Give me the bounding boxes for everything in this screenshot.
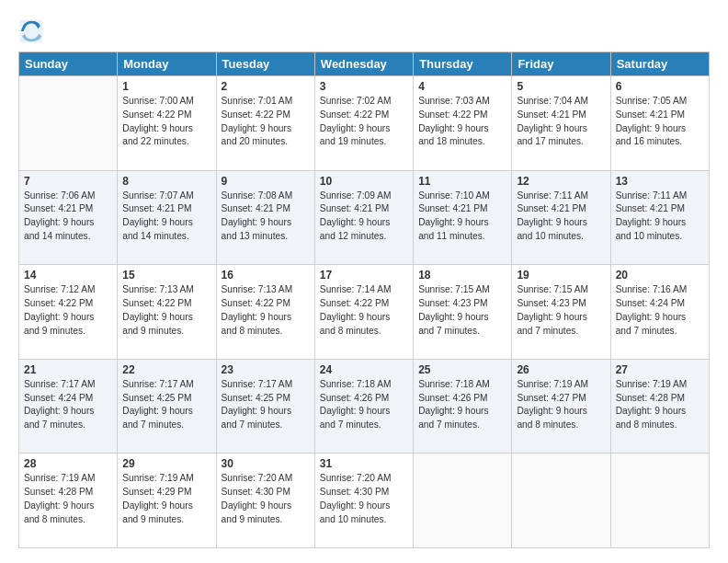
- day-number: 22: [122, 363, 210, 376]
- calendar-cell: 5Sunrise: 7:04 AMSunset: 4:21 PMDaylight…: [512, 76, 610, 171]
- day-info: Sunrise: 7:00 AMSunset: 4:22 PMDaylight:…: [122, 95, 210, 149]
- day-number: 26: [517, 363, 605, 376]
- day-number: 5: [517, 80, 605, 93]
- day-number: 30: [222, 457, 310, 470]
- day-number: 25: [418, 363, 506, 376]
- calendar-cell: 21Sunrise: 7:17 AMSunset: 4:24 PMDayligh…: [19, 359, 118, 454]
- day-info: Sunrise: 7:11 AMSunset: 4:21 PMDaylight:…: [616, 190, 704, 244]
- calendar-week-row: 7Sunrise: 7:06 AMSunset: 4:21 PMDaylight…: [19, 170, 710, 265]
- day-info: Sunrise: 7:06 AMSunset: 4:21 PMDaylight:…: [24, 190, 112, 244]
- calendar-cell: 31Sunrise: 7:20 AMSunset: 4:30 PMDayligh…: [314, 454, 413, 548]
- calendar-header-tuesday: Tuesday: [216, 52, 314, 76]
- logo-icon: [18, 18, 44, 44]
- day-number: 17: [320, 269, 408, 282]
- header: [18, 15, 710, 44]
- calendar-cell: 25Sunrise: 7:18 AMSunset: 4:26 PMDayligh…: [414, 359, 512, 454]
- calendar-cell: 4Sunrise: 7:03 AMSunset: 4:22 PMDaylight…: [414, 76, 512, 171]
- day-info: Sunrise: 7:13 AMSunset: 4:22 PMDaylight:…: [122, 283, 210, 338]
- calendar-week-row: 1Sunrise: 7:00 AMSunset: 4:22 PMDaylight…: [19, 76, 710, 171]
- calendar-cell: 6Sunrise: 7:05 AMSunset: 4:21 PMDaylight…: [610, 76, 709, 171]
- calendar-cell: [19, 76, 118, 171]
- logo: [18, 18, 48, 44]
- calendar-week-row: 28Sunrise: 7:19 AMSunset: 4:28 PMDayligh…: [19, 454, 710, 548]
- calendar-cell: 3Sunrise: 7:02 AMSunset: 4:22 PMDaylight…: [314, 76, 413, 171]
- day-number: 20: [616, 269, 704, 282]
- day-info: Sunrise: 7:14 AMSunset: 4:22 PMDaylight:…: [320, 283, 408, 338]
- day-info: Sunrise: 7:16 AMSunset: 4:24 PMDaylight:…: [616, 283, 704, 338]
- day-info: Sunrise: 7:15 AMSunset: 4:23 PMDaylight:…: [517, 283, 605, 338]
- calendar-cell: 7Sunrise: 7:06 AMSunset: 4:21 PMDaylight…: [19, 170, 118, 265]
- day-info: Sunrise: 7:02 AMSunset: 4:22 PMDaylight:…: [320, 95, 408, 149]
- calendar-cell: [610, 454, 709, 548]
- day-number: 8: [122, 175, 210, 188]
- day-info: Sunrise: 7:13 AMSunset: 4:22 PMDaylight:…: [222, 283, 310, 338]
- day-info: Sunrise: 7:03 AMSunset: 4:22 PMDaylight:…: [418, 95, 506, 149]
- calendar-header-sunday: Sunday: [19, 52, 118, 76]
- day-number: 19: [517, 269, 605, 282]
- day-info: Sunrise: 7:15 AMSunset: 4:23 PMDaylight:…: [418, 283, 506, 338]
- calendar-cell: 23Sunrise: 7:17 AMSunset: 4:25 PMDayligh…: [216, 359, 314, 454]
- calendar-cell: 28Sunrise: 7:19 AMSunset: 4:28 PMDayligh…: [19, 454, 118, 548]
- day-number: 24: [320, 363, 408, 376]
- calendar-cell: 26Sunrise: 7:19 AMSunset: 4:27 PMDayligh…: [512, 359, 610, 454]
- page: SundayMondayTuesdayWednesdayThursdayFrid…: [0, 0, 728, 563]
- calendar-header-friday: Friday: [512, 52, 610, 76]
- calendar-header-wednesday: Wednesday: [314, 52, 413, 76]
- day-info: Sunrise: 7:19 AMSunset: 4:29 PMDaylight:…: [122, 472, 210, 526]
- day-number: 23: [222, 363, 310, 376]
- day-number: 28: [24, 457, 112, 470]
- day-number: 18: [418, 269, 506, 282]
- day-info: Sunrise: 7:17 AMSunset: 4:24 PMDaylight:…: [24, 378, 112, 432]
- day-number: 4: [418, 80, 506, 93]
- calendar-cell: 15Sunrise: 7:13 AMSunset: 4:22 PMDayligh…: [118, 265, 216, 360]
- calendar-cell: 11Sunrise: 7:10 AMSunset: 4:21 PMDayligh…: [414, 170, 512, 265]
- day-info: Sunrise: 7:05 AMSunset: 4:21 PMDaylight:…: [616, 95, 704, 149]
- calendar-cell: [414, 454, 512, 548]
- day-number: 1: [122, 80, 210, 93]
- day-info: Sunrise: 7:12 AMSunset: 4:22 PMDaylight:…: [24, 283, 112, 338]
- calendar-cell: 9Sunrise: 7:08 AMSunset: 4:21 PMDaylight…: [216, 170, 314, 265]
- day-number: 11: [418, 175, 506, 188]
- calendar-header-thursday: Thursday: [414, 52, 512, 76]
- day-info: Sunrise: 7:20 AMSunset: 4:30 PMDaylight:…: [222, 472, 310, 526]
- calendar-cell: 20Sunrise: 7:16 AMSunset: 4:24 PMDayligh…: [610, 265, 709, 360]
- calendar-cell: 30Sunrise: 7:20 AMSunset: 4:30 PMDayligh…: [216, 454, 314, 548]
- calendar-week-row: 14Sunrise: 7:12 AMSunset: 4:22 PMDayligh…: [19, 265, 710, 360]
- day-info: Sunrise: 7:10 AMSunset: 4:21 PMDaylight:…: [418, 190, 506, 244]
- calendar-cell: 19Sunrise: 7:15 AMSunset: 4:23 PMDayligh…: [512, 265, 610, 360]
- calendar-table: SundayMondayTuesdayWednesdayThursdayFrid…: [18, 52, 710, 548]
- day-info: Sunrise: 7:19 AMSunset: 4:28 PMDaylight:…: [616, 378, 704, 432]
- day-info: Sunrise: 7:01 AMSunset: 4:22 PMDaylight:…: [222, 95, 310, 149]
- day-info: Sunrise: 7:18 AMSunset: 4:26 PMDaylight:…: [418, 378, 506, 432]
- day-number: 16: [222, 269, 310, 282]
- calendar-cell: 16Sunrise: 7:13 AMSunset: 4:22 PMDayligh…: [216, 265, 314, 360]
- calendar-cell: 1Sunrise: 7:00 AMSunset: 4:22 PMDaylight…: [118, 76, 216, 171]
- day-number: 7: [24, 175, 112, 188]
- day-info: Sunrise: 7:07 AMSunset: 4:21 PMDaylight:…: [122, 190, 210, 244]
- day-number: 2: [222, 80, 310, 93]
- day-info: Sunrise: 7:20 AMSunset: 4:30 PMDaylight:…: [320, 472, 408, 526]
- day-number: 13: [616, 175, 704, 188]
- calendar-cell: 13Sunrise: 7:11 AMSunset: 4:21 PMDayligh…: [610, 170, 709, 265]
- calendar-header-saturday: Saturday: [610, 52, 709, 76]
- calendar-week-row: 21Sunrise: 7:17 AMSunset: 4:24 PMDayligh…: [19, 359, 710, 454]
- day-info: Sunrise: 7:11 AMSunset: 4:21 PMDaylight:…: [517, 190, 605, 244]
- calendar-cell: [512, 454, 610, 548]
- day-number: 10: [320, 175, 408, 188]
- day-info: Sunrise: 7:09 AMSunset: 4:21 PMDaylight:…: [320, 190, 408, 244]
- day-number: 12: [517, 175, 605, 188]
- day-number: 9: [222, 175, 310, 188]
- day-info: Sunrise: 7:19 AMSunset: 4:27 PMDaylight:…: [517, 378, 605, 432]
- calendar-cell: 12Sunrise: 7:11 AMSunset: 4:21 PMDayligh…: [512, 170, 610, 265]
- calendar-cell: 8Sunrise: 7:07 AMSunset: 4:21 PMDaylight…: [118, 170, 216, 265]
- calendar-cell: 29Sunrise: 7:19 AMSunset: 4:29 PMDayligh…: [118, 454, 216, 548]
- day-info: Sunrise: 7:17 AMSunset: 4:25 PMDaylight:…: [222, 378, 310, 432]
- day-number: 6: [616, 80, 704, 93]
- calendar-cell: 27Sunrise: 7:19 AMSunset: 4:28 PMDayligh…: [610, 359, 709, 454]
- day-number: 31: [320, 457, 408, 470]
- calendar-cell: 17Sunrise: 7:14 AMSunset: 4:22 PMDayligh…: [314, 265, 413, 360]
- calendar-cell: 22Sunrise: 7:17 AMSunset: 4:25 PMDayligh…: [118, 359, 216, 454]
- calendar-cell: 2Sunrise: 7:01 AMSunset: 4:22 PMDaylight…: [216, 76, 314, 171]
- day-info: Sunrise: 7:04 AMSunset: 4:21 PMDaylight:…: [517, 95, 605, 149]
- day-info: Sunrise: 7:19 AMSunset: 4:28 PMDaylight:…: [24, 472, 112, 526]
